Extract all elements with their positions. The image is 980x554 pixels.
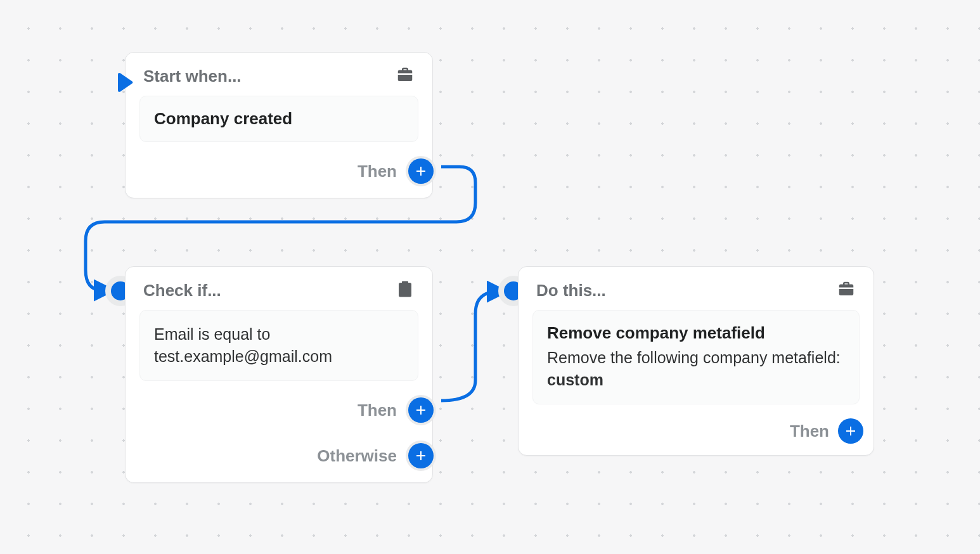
action-body: Remove company metafield Remove the foll… [532,310,860,404]
trigger-card[interactable]: Start when... Company created Then [125,52,433,198]
condition-body: Email is equal to test.example@gmail.com [139,310,418,381]
trigger-body: Company created [139,96,418,142]
condition-card[interactable]: Check if... Email is equal to test.examp… [125,266,433,483]
plus-halo [406,156,436,186]
condition-expression: Email is equal to test.example@gmail.com [154,323,404,368]
action-title: Remove company metafield [547,323,845,343]
action-header-label: Do this... [536,281,606,300]
trigger-header: Start when... [126,53,432,96]
action-then-port: Then [519,418,874,455]
action-desc-value: custom [547,371,603,389]
condition-header-label: Check if... [143,281,221,300]
condition-header: Check if... [126,267,432,310]
trigger-event-name: Company created [154,109,404,129]
action-desc-prefix: Remove the following company metafield: [547,349,841,366]
add-step-button[interactable] [838,418,863,444]
action-description: Remove the following company metafield: … [547,347,845,391]
port-label-then: Then [790,422,829,441]
plus-halo [406,395,436,425]
add-step-button[interactable] [408,158,434,184]
briefcase-icon [837,280,856,301]
condition-otherwise-port: Otherwise [126,437,432,482]
add-step-button[interactable] [408,397,434,423]
port-label-then: Then [358,401,397,420]
trigger-then-port: Then [126,156,432,198]
action-card[interactable]: Do this... Remove company metafield Remo… [518,266,874,456]
action-header: Do this... [519,267,874,310]
plus-halo [406,441,436,471]
trigger-header-label: Start when... [143,67,242,86]
port-label-then: Then [358,162,397,181]
clipboard-check-icon [396,280,415,301]
workflow-canvas[interactable]: Start when... Company created Then Check… [0,0,980,554]
briefcase-icon [396,65,415,87]
start-marker-icon [117,72,134,93]
port-label-otherwise: Otherwise [317,446,397,466]
add-step-button[interactable] [408,443,434,468]
condition-then-port: Then [126,395,432,437]
